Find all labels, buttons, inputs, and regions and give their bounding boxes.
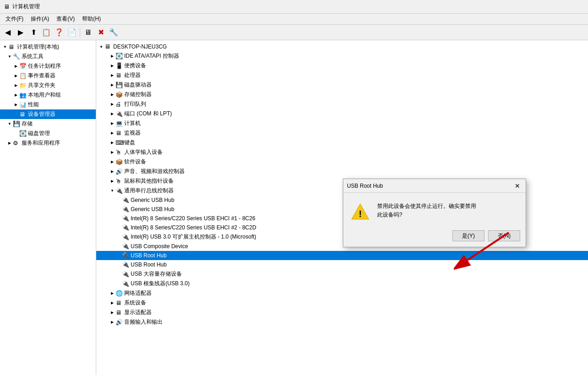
lu-icon: 👥 bbox=[19, 92, 27, 99]
cat-network[interactable]: ▶ 🌐 网络适配器 bbox=[96, 288, 588, 298]
sidebar-local-users[interactable]: ▶ 👥 本地用户和组 bbox=[0, 90, 96, 100]
cat-portable[interactable]: ▶ 📱 便携设备 bbox=[96, 61, 588, 71]
window-title: 计算机管理 bbox=[12, 3, 40, 11]
up-btn[interactable]: ⬆ bbox=[27, 27, 39, 38]
forward-btn[interactable]: ▶ bbox=[15, 27, 27, 38]
sidebar-system-tools[interactable]: ▼ 🔧 系统工具 bbox=[0, 52, 96, 61]
cat-monitor[interactable]: ▶ 🖥 监视器 bbox=[96, 128, 588, 138]
dev-root-label: DESKTOP-NJEU3CG bbox=[113, 43, 167, 50]
dsk-label: 磁盘管理 bbox=[28, 130, 50, 137]
kb-arrow: ▶ bbox=[109, 140, 115, 146]
properties-btn[interactable]: 🔧 bbox=[108, 27, 120, 38]
snd-icon: 🔊 bbox=[115, 168, 123, 175]
cat-audio[interactable]: ▶ 🔊 音频输入和输出 bbox=[96, 317, 588, 327]
root-icon: 🖥 bbox=[8, 43, 16, 51]
ev-arrow: ▶ bbox=[13, 73, 19, 79]
cat-sysdev[interactable]: ▶ 🖥 系统设备 bbox=[96, 298, 588, 308]
cat-processor[interactable]: ▶ 🖥 处理器 bbox=[96, 71, 588, 80]
root-label: 计算机管理(本地) bbox=[17, 43, 59, 51]
proc-icon: 🖥 bbox=[115, 72, 123, 79]
menu-file[interactable]: 文件(F) bbox=[2, 14, 27, 24]
dialog-message: 禁用此设备会使其停止运行。确实要禁用此设备吗? bbox=[377, 202, 518, 219]
back-btn[interactable]: ◀ bbox=[2, 27, 14, 38]
sidebar-storage[interactable]: ▼ 💾 存储 bbox=[0, 119, 96, 129]
cat-display[interactable]: ▶ 🖥 显示适配器 bbox=[96, 308, 588, 317]
dev-root-icon: 🖥 bbox=[104, 43, 112, 50]
sw-label: 软件设备 bbox=[124, 158, 146, 166]
help-btn[interactable]: ❓ bbox=[53, 27, 65, 38]
cat-hid[interactable]: ▶ 🖱 人体学输入设备 bbox=[96, 147, 588, 157]
usb-child-7[interactable]: 🔌 USB Root Hub bbox=[96, 260, 588, 269]
cat-keyboard[interactable]: ▶ ⌨ 键盘 bbox=[96, 138, 588, 147]
dialog-close-btn[interactable]: ✕ bbox=[513, 181, 522, 190]
ev-label: 事件查看器 bbox=[28, 72, 55, 80]
st-label: 存储 bbox=[22, 120, 33, 128]
usbdev8-icon: 🔌 bbox=[122, 271, 129, 278]
show-hide-btn[interactable]: 📋 bbox=[40, 27, 52, 38]
prnt-arrow: ▶ bbox=[109, 101, 115, 108]
prnt-label: 打印队列 bbox=[124, 100, 146, 108]
dialog-title-bar: USB Root Hub ✕ bbox=[343, 179, 526, 193]
cat-disk[interactable]: ▶ 💾 磁盘驱动器 bbox=[96, 80, 588, 90]
sf-icon: 📁 bbox=[19, 82, 27, 89]
comport-icon: 🔌 bbox=[115, 110, 123, 118]
stctl-icon: 📦 bbox=[115, 91, 123, 98]
mon-label: 监视器 bbox=[124, 129, 141, 137]
usbdev2-icon: 🔌 bbox=[122, 215, 129, 222]
btn-no[interactable]: 否(N) bbox=[488, 230, 520, 241]
perf-icon: 📊 bbox=[19, 101, 27, 109]
proc-label: 处理器 bbox=[124, 71, 141, 79]
aud-arrow: ▶ bbox=[109, 319, 115, 326]
comport-label: 端口 (COM 和 LPT) bbox=[124, 110, 172, 118]
mse-arrow: ▶ bbox=[109, 178, 115, 185]
menu-view[interactable]: 查看(V) bbox=[53, 14, 78, 24]
sidebar-event-viewer[interactable]: ▶ 📋 事件查看器 bbox=[0, 71, 96, 81]
cat-storage[interactable]: ▶ 📦 存储控制器 bbox=[96, 90, 588, 99]
sidebar-shared-folders[interactable]: ▶ 📁 共享文件夹 bbox=[0, 81, 96, 90]
usbdev5-label: USB Composite Device bbox=[131, 243, 188, 250]
sysdev-arrow: ▶ bbox=[109, 300, 115, 306]
mon-icon: 🖥 bbox=[115, 130, 123, 137]
sidebar-root[interactable]: ▼ 🖥 计算机管理(本地) bbox=[0, 42, 96, 52]
disp-arrow: ▶ bbox=[109, 310, 115, 316]
sidebar-device-manager[interactable]: 🖥 设备管理器 bbox=[0, 109, 96, 119]
disp-icon: 🖥 bbox=[115, 309, 123, 316]
cat-print[interactable]: ▶ 🖨 打印队列 bbox=[96, 99, 588, 109]
aud-icon: 🔊 bbox=[115, 319, 123, 326]
port-arrow: ▶ bbox=[109, 63, 115, 69]
usb-child-9[interactable]: 🔌 USB 根集线器(USB 3.0) bbox=[96, 279, 588, 288]
comp-icon: 💻 bbox=[115, 120, 123, 127]
cat-software[interactable]: ▶ 📦 软件设备 bbox=[96, 157, 588, 167]
device-root[interactable]: ▼ 🖥 DESKTOP-NJEU3CG bbox=[96, 42, 588, 51]
dm-icon: 🖥 bbox=[19, 111, 27, 118]
sw-arrow: ▶ bbox=[109, 159, 115, 165]
sf-arrow: ▶ bbox=[13, 82, 19, 89]
usbdev5-icon: 🔌 bbox=[122, 243, 129, 250]
delete-btn[interactable]: ✖ bbox=[95, 27, 107, 38]
sys-arrow: ▼ bbox=[6, 54, 13, 60]
usb-icon: 🔌 bbox=[115, 187, 123, 195]
menu-action[interactable]: 操作(A) bbox=[27, 14, 53, 24]
btn-yes[interactable]: 是(Y) bbox=[452, 230, 484, 241]
comp-label: 计算机 bbox=[124, 120, 141, 127]
ide-icon: 💽 bbox=[115, 53, 123, 60]
computer-btn[interactable]: 🖥 bbox=[82, 27, 94, 38]
ide-label: IDE ATA/ATAPI 控制器 bbox=[124, 52, 179, 60]
sidebar-performance[interactable]: ▶ 📊 性能 bbox=[0, 100, 96, 109]
sidebar-disk-mgmt[interactable]: 💽 磁盘管理 bbox=[0, 129, 96, 138]
cat-port[interactable]: ▶ 🔌 端口 (COM 和 LPT) bbox=[96, 109, 588, 119]
hid-arrow: ▶ bbox=[109, 149, 115, 156]
cat-sound[interactable]: ▶ 🔊 声音、视频和游戏控制器 bbox=[96, 167, 588, 176]
sidebar-task-scheduler[interactable]: ▶ 📅 任务计划程序 bbox=[0, 61, 96, 71]
cat-ide[interactable]: ▶ 💽 IDE ATA/ATAPI 控制器 bbox=[96, 51, 588, 61]
usb-root-hub-selected[interactable]: 🔌 USB Root Hub bbox=[96, 251, 588, 260]
lu-arrow: ▶ bbox=[13, 92, 19, 98]
disk-arrow: ▶ bbox=[109, 82, 115, 88]
cat-computer[interactable]: ▶ 💻 计算机 bbox=[96, 119, 588, 128]
menu-help[interactable]: 帮助(H) bbox=[78, 14, 104, 24]
export-btn[interactable]: 📄 bbox=[66, 27, 78, 38]
sf-label: 共享文件夹 bbox=[28, 82, 55, 89]
usb-child-8[interactable]: 🔌 USB 大容量存储设备 bbox=[96, 269, 588, 279]
dialog-footer: 是(Y) 否(N) bbox=[343, 227, 526, 247]
sidebar-services[interactable]: ▶ ⚙ 服务和应用程序 bbox=[0, 138, 96, 148]
